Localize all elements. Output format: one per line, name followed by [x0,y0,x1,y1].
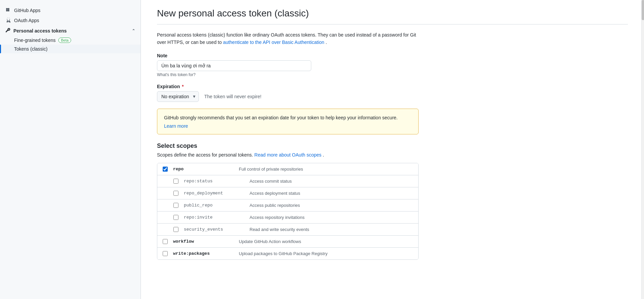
sidebar-item-tokens-classic[interactable]: Tokens (classic) [0,45,141,53]
scope-name-repo-status: repo:status [184,179,244,184]
scope-row-repo-invite: repo:invite Access repository invitation… [157,212,418,224]
warning-learn-more-link[interactable]: Learn more [164,123,188,129]
expiration-select-wrapper: No expiration 7 days 30 days 60 days 90 … [157,91,199,102]
description-text-part2: . [326,40,327,45]
note-form-group: Note What's this token for? [157,53,628,77]
sidebar-item-label-github-apps: GitHub Apps [14,8,41,13]
scope-checkbox-public-repo[interactable] [173,203,178,208]
scope-name-repo-deployment: repo_deployment [184,191,244,196]
required-marker: * [182,84,183,89]
expiration-label: Expiration * [157,84,628,89]
page-description: Personal access tokens (classic) functio… [157,31,419,46]
scopes-section: Select scopes Scopes define the access f… [157,142,628,260]
description-link[interactable]: authenticate to the API over Basic Authe… [223,40,324,45]
person-icon [5,17,11,23]
scope-desc-write-packages: Upload packages to GitHub Package Regist… [239,251,413,256]
scope-name-security-events: security_events [184,227,244,232]
sidebar-item-label-oauth-apps: OAuth Apps [14,18,39,23]
chevron-up-icon: ⌃ [132,28,135,33]
scopes-table: repo Full control of private repositorie… [157,163,419,260]
scope-desc-repo-status: Access commit status [250,179,413,184]
sidebar-section-label: Personal access tokens [13,28,67,34]
main-content: New personal access token (classic) Pers… [141,0,644,299]
scope-name-repo: repo [173,167,233,172]
scope-row-repo: repo Full control of private repositorie… [157,163,418,175]
scope-desc-public-repo: Access public repositories [250,203,413,208]
scope-row-public-repo: public_repo Access public repositories [157,199,418,212]
scope-row-workflow: workflow Update GitHub Action workflows [157,236,418,248]
scopes-description: Scopes define the access for personal to… [157,152,628,158]
sidebar-section-left: Personal access tokens [5,27,67,34]
expiration-hint: The token will never expire! [204,94,261,99]
expiration-form-group: Expiration * No expiration 7 days 30 day… [157,84,628,102]
note-input[interactable] [157,60,311,71]
note-label: Note [157,53,628,58]
scrollbar-track[interactable] [641,0,644,299]
scope-desc-repo-invite: Access repository invitations [250,215,413,220]
scope-checkbox-repo-status[interactable] [173,179,178,184]
note-hint: What's this token for? [157,72,628,77]
page-title: New personal access token (classic) [157,8,628,19]
scope-row-security-events: security_events Read and write security … [157,224,418,236]
grid-icon [5,7,11,13]
scope-name-write-packages: write:packages [173,251,233,256]
scope-desc-workflow: Update GitHub Action workflows [239,239,413,244]
sidebar-section-personal-access-tokens[interactable]: Personal access tokens ⌃ [0,25,141,36]
scope-row-write-packages: write:packages Upload packages to GitHub… [157,248,418,259]
sidebar-item-oauth-apps[interactable]: OAuth Apps [0,15,141,25]
scope-checkbox-repo[interactable] [163,167,168,172]
sidebar: GitHub Apps OAuth Apps Personal access t… [0,0,141,299]
scope-checkbox-repo-invite[interactable] [173,215,178,220]
scope-checkbox-security-events[interactable] [173,227,178,232]
scope-name-public-repo: public_repo [184,203,244,208]
scope-row-repo-deployment: repo_deployment Access deployment status [157,187,418,199]
scope-checkbox-write-packages[interactable] [163,251,168,256]
sidebar-sub-label-tokens-classic: Tokens (classic) [14,46,48,52]
scope-row-repo-status: repo:status Access commit status [157,175,418,187]
scope-name-repo-invite: repo:invite [184,215,244,220]
scopes-desc-text: Scopes define the access for personal to… [157,152,253,158]
beta-badge: Beta [58,38,71,43]
expiration-select[interactable]: No expiration 7 days 30 days 60 days 90 … [157,91,199,102]
warning-box: GitHub strongly recommends that you set … [157,109,419,134]
scope-desc-security-events: Read and write security events [250,227,413,232]
scopes-oauth-link[interactable]: Read more about OAuth scopes [254,152,321,158]
sidebar-item-fine-grained-tokens[interactable]: Fine-grained tokens Beta [0,36,141,45]
scope-desc-repo: Full control of private repositories [239,167,413,172]
key-icon [5,27,11,34]
scope-checkbox-repo-deployment[interactable] [173,191,178,196]
title-divider [157,24,628,24]
sidebar-sub-label-fine-grained: Fine-grained tokens [14,38,56,43]
warning-text: GitHub strongly recommends that you set … [164,114,412,121]
scope-checkbox-workflow[interactable] [163,239,168,244]
scope-name-workflow: workflow [173,239,233,244]
expiration-row: No expiration 7 days 30 days 60 days 90 … [157,91,628,102]
scrollbar-thumb[interactable] [642,0,644,20]
scopes-title: Select scopes [157,142,628,150]
scope-desc-repo-deployment: Access deployment status [250,191,413,196]
sidebar-item-github-apps[interactable]: GitHub Apps [0,5,141,15]
